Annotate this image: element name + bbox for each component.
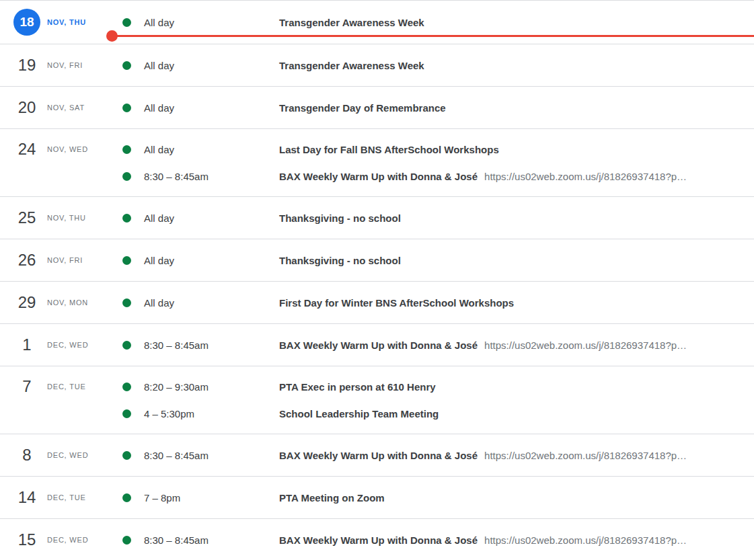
schedule-day-row: 19 NOV, FRI All day Transgender Awarenes…	[0, 44, 754, 87]
event-item[interactable]: All day Transgender Awareness Week	[114, 52, 754, 79]
event-dot-icon	[122, 298, 131, 307]
event-link[interactable]: https://us02web.zoom.us/j/81826937418?p…	[484, 339, 687, 351]
event-dot-icon	[122, 61, 131, 70]
date-number: 15	[13, 526, 40, 553]
date-cell[interactable]: 18 NOV, THU	[0, 9, 114, 36]
events-column: All day Transgender Day of Remembrance	[114, 94, 754, 121]
event-link[interactable]: https://us02web.zoom.us/j/81826937418?p…	[484, 171, 687, 182]
events-column: All day First Day for Winter BNS AfterSc…	[114, 289, 754, 316]
date-cell[interactable]: 19 NOV, FRI	[0, 52, 114, 79]
events-column: All day Transgender Awareness Week	[114, 9, 754, 36]
event-item[interactable]: 8:30 – 8:45am BAX Weekly Warm Up with Do…	[114, 163, 754, 190]
date-number: 20	[13, 94, 40, 121]
event-dot-icon	[122, 536, 131, 545]
event-title: School Leadership Team Meeting	[279, 408, 439, 419]
event-item[interactable]: All day Transgender Awareness Week	[114, 9, 754, 36]
date-number: 19	[13, 52, 40, 79]
events-column: 8:30 – 8:45am BAX Weekly Warm Up with Do…	[114, 526, 754, 553]
events-column: 7 – 8pm PTA Meeting on Zoom	[114, 484, 754, 511]
schedule-day-row: 14 DEC, TUE 7 – 8pm PTA Meeting on Zoom	[0, 477, 754, 519]
weekday-label: NOV, THU	[47, 18, 86, 26]
events-column: 8:30 – 8:45am BAX Weekly Warm Up with Do…	[114, 442, 754, 469]
event-title: BAX Weekly Warm Up with Donna & José	[279, 450, 478, 461]
date-cell[interactable]: 20 NOV, SAT	[0, 94, 114, 121]
schedule-day-row: 18 NOV, THU All day Transgender Awarenes…	[0, 1, 754, 44]
schedule-day-row: 29 NOV, MON All day First Day for Winter…	[0, 282, 754, 324]
event-item[interactable]: All day First Day for Winter BNS AfterSc…	[114, 289, 754, 316]
event-time: All day	[144, 102, 279, 114]
event-title: Transgender Awareness Week	[279, 17, 424, 28]
event-dot-icon	[122, 493, 131, 502]
event-item[interactable]: 8:30 – 8:45am BAX Weekly Warm Up with Do…	[114, 331, 754, 358]
event-item[interactable]: 8:30 – 8:45am BAX Weekly Warm Up with Do…	[114, 526, 754, 553]
event-item[interactable]: 8:20 – 9:30am PTA Exec in person at 610 …	[114, 373, 754, 400]
event-link[interactable]: https://us02web.zoom.us/j/81826937418?p…	[484, 450, 687, 461]
event-title: BAX Weekly Warm Up with Donna & José	[279, 339, 478, 351]
date-cell[interactable]: 15 DEC, WED	[0, 526, 114, 553]
date-cell[interactable]: 7 DEC, TUE	[0, 373, 114, 400]
event-title: BAX Weekly Warm Up with Donna & José	[279, 171, 478, 182]
date-cell[interactable]: 14 DEC, TUE	[0, 484, 114, 511]
date-cell[interactable]: 25 NOV, THU	[0, 204, 114, 231]
event-dot-icon	[122, 18, 131, 27]
event-title: Transgender Awareness Week	[279, 60, 424, 71]
event-item[interactable]: 7 – 8pm PTA Meeting on Zoom	[114, 484, 754, 511]
date-number: 14	[13, 484, 40, 511]
event-dot-icon	[122, 145, 131, 154]
date-number-today: 18	[13, 9, 40, 36]
event-dot-icon	[122, 172, 131, 181]
schedule-day-row: 1 DEC, WED 8:30 – 8:45am BAX Weekly Warm…	[0, 324, 754, 366]
events-column: 8:30 – 8:45am BAX Weekly Warm Up with Do…	[114, 331, 754, 358]
event-title: Thanksgiving - no school	[279, 255, 401, 266]
date-number: 8	[13, 442, 40, 469]
schedule-day-row: 26 NOV, FRI All day Thanksgiving - no sc…	[0, 239, 754, 282]
weekday-label: NOV, THU	[47, 214, 86, 222]
date-number: 24	[13, 136, 40, 163]
date-number: 25	[13, 204, 40, 231]
event-time: 8:30 – 8:45am	[144, 171, 279, 182]
date-cell[interactable]: 24 NOV, WED	[0, 136, 114, 163]
event-time: 8:30 – 8:45am	[144, 450, 279, 461]
weekday-label: DEC, WED	[47, 536, 88, 544]
event-dot-icon	[122, 104, 131, 112]
event-time: All day	[144, 17, 279, 28]
event-item[interactable]: All day Thanksgiving - no school	[114, 247, 754, 274]
event-title: Last Day for Fall BNS AfterSchool Worksh…	[279, 144, 499, 155]
events-column: 8:20 – 9:30am PTA Exec in person at 610 …	[114, 373, 754, 427]
events-column: All day Thanksgiving - no school	[114, 247, 754, 274]
event-link[interactable]: https://us02web.zoom.us/j/81826937418?p…	[484, 534, 687, 546]
weekday-label: NOV, MON	[47, 298, 88, 307]
date-cell[interactable]: 1 DEC, WED	[0, 331, 114, 358]
date-number: 29	[13, 289, 40, 316]
weekday-label: DEC, WED	[47, 451, 88, 459]
date-cell[interactable]: 26 NOV, FRI	[0, 247, 114, 274]
event-title: Transgender Day of Remembrance	[279, 102, 446, 114]
schedule-day-row: 24 NOV, WED All day Last Day for Fall BN…	[0, 129, 754, 197]
date-cell[interactable]: 29 NOV, MON	[0, 289, 114, 316]
event-item[interactable]: All day Transgender Day of Remembrance	[114, 94, 754, 121]
event-item[interactable]: 8:30 – 8:45am BAX Weekly Warm Up with Do…	[114, 442, 754, 469]
event-dot-icon	[122, 256, 131, 265]
event-dot-icon	[122, 214, 131, 223]
event-item[interactable]: All day Thanksgiving - no school	[114, 204, 754, 231]
events-column: All day Last Day for Fall BNS AfterSchoo…	[114, 136, 754, 190]
event-time: 7 – 8pm	[144, 492, 279, 504]
event-title: First Day for Winter BNS AfterSchool Wor…	[279, 297, 514, 309]
weekday-label: NOV, SAT	[47, 104, 85, 112]
schedule-day-row: 20 NOV, SAT All day Transgender Day of R…	[0, 87, 754, 129]
event-item[interactable]: 4 – 5:30pm School Leadership Team Meetin…	[114, 400, 754, 427]
event-item[interactable]: All day Last Day for Fall BNS AfterSchoo…	[114, 136, 754, 163]
event-title: Thanksgiving - no school	[279, 212, 401, 224]
event-time: All day	[144, 60, 279, 71]
date-number: 26	[13, 247, 40, 274]
weekday-label: NOV, WED	[47, 145, 88, 153]
schedule-day-row: 15 DEC, WED 8:30 – 8:45am BAX Weekly War…	[0, 519, 754, 560]
event-time: All day	[144, 212, 279, 224]
date-cell[interactable]: 8 DEC, WED	[0, 442, 114, 469]
weekday-label: NOV, FRI	[47, 61, 83, 69]
event-title: PTA Meeting on Zoom	[279, 492, 385, 504]
event-time: All day	[144, 297, 279, 309]
current-time-indicator	[112, 35, 754, 37]
schedule-day-row: 7 DEC, TUE 8:20 – 9:30am PTA Exec in per…	[0, 366, 754, 434]
event-title: PTA Exec in person at 610 Henry	[279, 381, 436, 393]
